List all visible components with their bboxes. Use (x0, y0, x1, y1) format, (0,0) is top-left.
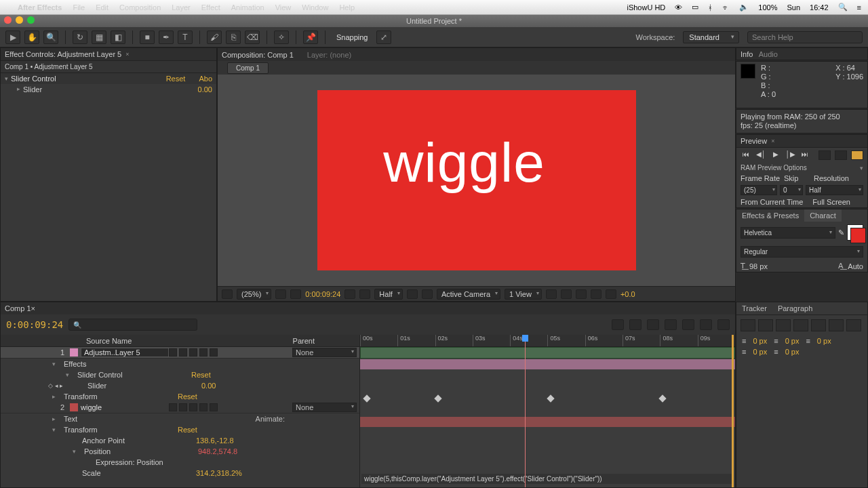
twirl-icon[interactable]: ▸ (17, 85, 20, 94)
close-icon[interactable]: × (771, 138, 774, 144)
help-search[interactable]: Search Help (747, 31, 863, 43)
justify-last-right-icon[interactable] (829, 319, 844, 331)
leading-value[interactable]: Auto (848, 262, 863, 270)
notifications-icon[interactable]: ≡ (857, 3, 861, 12)
menu-file[interactable]: File (73, 3, 85, 12)
snapshot-icon[interactable] (344, 289, 355, 299)
zoom-menu[interactable]: (25%) (237, 289, 271, 300)
tl-icon[interactable] (700, 319, 712, 330)
col-source[interactable]: Source Name (86, 337, 132, 345)
layer-search[interactable]: 🔍 (68, 319, 197, 331)
close-icon[interactable]: × (31, 304, 35, 312)
layer-row-1[interactable]: 1 Adjustm..Layer 5 None (1, 347, 359, 359)
mask-icon[interactable] (290, 289, 301, 299)
timeline-graph[interactable]: 00s01s02s03s04s05s06s07s08s09s wiggle(5,… (360, 335, 735, 487)
label-color[interactable] (70, 403, 78, 411)
justify-last-center-icon[interactable] (811, 319, 826, 331)
keyframe[interactable] (434, 394, 441, 402)
snapping-toggle[interactable]: Snapping (332, 33, 372, 41)
pen-tool[interactable]: ✒ (159, 30, 174, 44)
hand-tool[interactable]: ✋ (24, 30, 39, 44)
roi-icon[interactable] (407, 289, 418, 299)
resolution-menu[interactable]: Half (374, 289, 403, 300)
label-color[interactable] (70, 348, 78, 357)
views-menu[interactable]: 1 View (505, 289, 542, 300)
zoom-tool[interactable]: 🔍 (43, 30, 58, 44)
menu-help[interactable]: Help (339, 3, 355, 12)
fill-stroke-swatch[interactable] (847, 224, 863, 241)
font-style-menu[interactable]: Regular (741, 246, 863, 258)
channel-icon[interactable] (359, 289, 370, 299)
grid-icon[interactable] (275, 289, 286, 299)
info-tab[interactable]: Info (741, 50, 753, 58)
parent-menu[interactable]: None (292, 348, 357, 357)
preview-res-menu[interactable]: Half (806, 185, 863, 195)
menu-effect[interactable]: Effect (201, 3, 220, 12)
eraser-tool[interactable]: ⌫ (245, 30, 260, 44)
effect-name[interactable]: Slider Control (11, 75, 166, 83)
time-ruler[interactable]: 00s01s02s03s04s05s06s07s08s09s (360, 335, 735, 347)
tl-icon[interactable] (665, 319, 677, 330)
pan-behind-tool[interactable]: ◧ (111, 30, 125, 44)
roto-tool[interactable]: ✧ (274, 30, 289, 44)
effect-controls-tab[interactable]: Effect Controls: Adjustment Layer 5× (1, 48, 216, 61)
current-time[interactable]: 0:00:09:24 (6, 319, 63, 330)
layer-bar-2[interactable] (360, 417, 735, 427)
tl-icon[interactable] (717, 319, 730, 330)
rotate-tool[interactable]: ↻ (73, 30, 87, 44)
tl-icon[interactable] (682, 319, 694, 330)
eye-icon[interactable]: 👁 (675, 3, 682, 12)
eyedropper-icon[interactable]: ✎ (838, 228, 844, 237)
menu-layer[interactable]: Layer (172, 3, 191, 12)
tracker-tab[interactable]: Tracker (736, 302, 772, 314)
brush-tool[interactable]: 🖌 (207, 30, 222, 44)
app-name[interactable]: After Effects (18, 3, 62, 12)
selection-tool[interactable]: ▶ (5, 30, 20, 44)
fast-preview-icon[interactable] (561, 289, 572, 299)
font-size-value[interactable]: 98 px (749, 262, 768, 270)
character-tab[interactable]: Charact (804, 209, 842, 222)
exposure-value[interactable]: +0.0 (620, 290, 635, 298)
timeline-icon[interactable] (576, 289, 587, 299)
screen-icon[interactable]: ▭ (692, 3, 698, 12)
align-right-icon[interactable] (776, 319, 791, 331)
audio-tab[interactable]: Audio (759, 50, 778, 58)
paragraph-tab[interactable]: Paragraph (772, 302, 818, 314)
tl-icon[interactable] (647, 319, 659, 330)
playhead[interactable] (525, 335, 526, 487)
text-tool[interactable]: T (178, 30, 193, 44)
play-button[interactable]: ▶ (770, 150, 781, 160)
work-area-bar[interactable] (360, 347, 735, 359)
wifi-icon[interactable]: ᯤ (722, 3, 730, 12)
effects-presets-tab[interactable]: Effects & Presets (736, 209, 804, 222)
next-frame-button[interactable]: │▶ (785, 150, 796, 160)
camera-menu[interactable]: Active Camera (437, 289, 500, 300)
skip-menu[interactable]: 0 (780, 185, 803, 195)
param-value[interactable]: 0.00 (198, 85, 212, 94)
layer-row-2[interactable]: 2 wiggle None (1, 402, 359, 413)
spotlight-icon[interactable]: 🔍 (838, 3, 848, 12)
prev-frame-button[interactable]: ◀│ (755, 150, 766, 160)
tl-icon[interactable] (612, 319, 624, 330)
menu-view[interactable]: View (275, 3, 292, 12)
justify-last-left-icon[interactable] (793, 319, 808, 331)
always-preview-icon[interactable] (222, 289, 233, 299)
reset-exposure-icon[interactable] (606, 289, 616, 299)
first-frame-button[interactable]: ⏮ (741, 150, 751, 160)
menu-animation[interactable]: Animation (231, 3, 264, 12)
framerate-menu[interactable]: (25) (741, 185, 777, 195)
comp-breadcrumb[interactable]: Comp 1 (227, 62, 269, 74)
flowchart-icon[interactable] (591, 289, 601, 299)
mute-button[interactable] (818, 150, 831, 160)
minimize-window[interactable] (16, 16, 23, 24)
keyframe[interactable] (547, 394, 554, 402)
pixel-aspect-icon[interactable] (546, 289, 557, 299)
viewer-time[interactable]: 0:00:09:24 (305, 290, 340, 298)
tl-icon[interactable] (629, 319, 642, 330)
last-frame-button[interactable]: ⏭ (800, 150, 811, 160)
about-link[interactable]: Abo (199, 75, 212, 83)
menu-composition[interactable]: Composition (119, 3, 161, 12)
parent-menu[interactable]: None (292, 403, 357, 412)
shape-tool[interactable]: ■ (140, 30, 155, 44)
work-area-end[interactable] (732, 335, 734, 487)
